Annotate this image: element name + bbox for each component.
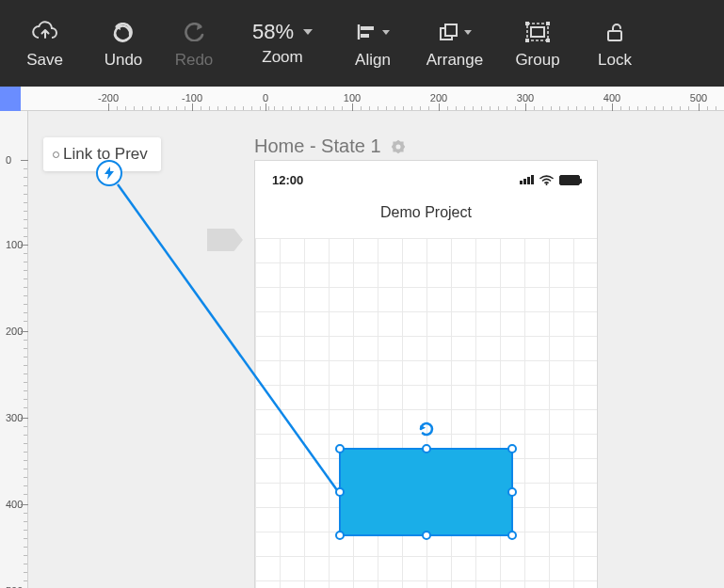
status-icons	[520, 175, 580, 185]
resize-handle-br[interactable]	[507, 531, 517, 540]
resize-handle-t[interactable]	[422, 444, 431, 453]
lightning-icon	[103, 167, 116, 180]
vertical-ruler[interactable]: 0100200300400500	[0, 111, 28, 588]
zoom-value: 58%	[252, 20, 313, 44]
project-title: Demo Project	[255, 204, 597, 221]
redo-icon	[182, 17, 206, 47]
align-label: Align	[355, 51, 391, 70]
zoom-label: Zoom	[262, 48, 302, 67]
ruler-origin-marker	[0, 87, 21, 111]
undo-button[interactable]: Undo	[89, 0, 157, 87]
cloud-upload-icon	[31, 17, 59, 47]
status-bar: 12:00	[255, 161, 597, 199]
group-label: Group	[515, 51, 559, 70]
zoom-control[interactable]: 58% Zoom	[231, 0, 334, 87]
resize-handle-bl[interactable]	[335, 531, 345, 540]
svg-rect-7	[525, 22, 529, 25]
arrange-label: Arrange	[426, 51, 483, 70]
resize-handle-r[interactable]	[507, 487, 517, 497]
settings-icon[interactable]	[391, 139, 406, 154]
rotate-handle[interactable]	[417, 420, 436, 442]
lock-label: Lock	[598, 51, 632, 70]
lock-button[interactable]: Lock	[577, 0, 652, 87]
resize-handle-tr[interactable]	[507, 444, 517, 453]
group-button[interactable]: Group	[498, 0, 577, 87]
redo-label: Redo	[175, 51, 214, 70]
battery-icon	[559, 175, 580, 185]
anchor-dot-icon	[53, 151, 59, 158]
save-button[interactable]: Save	[0, 0, 89, 87]
arrange-icon	[438, 17, 472, 47]
wifi-icon	[539, 175, 554, 185]
lock-open-icon	[604, 17, 625, 47]
group-icon	[525, 17, 550, 47]
design-canvas[interactable]: Home - State 1 Link to Prev 12:00 Demo P…	[28, 111, 724, 588]
resize-handle-tl[interactable]	[335, 444, 345, 453]
align-left-icon	[356, 17, 390, 47]
svg-rect-8	[546, 22, 550, 25]
resize-handle-b[interactable]	[422, 531, 431, 540]
undo-icon	[111, 17, 136, 47]
svg-rect-10	[546, 39, 550, 42]
svg-point-15	[546, 183, 548, 185]
arrange-button[interactable]: Arrange	[411, 0, 498, 87]
svg-rect-9	[525, 39, 529, 42]
interaction-origin[interactable]	[96, 160, 122, 186]
svg-rect-11	[608, 31, 621, 40]
align-button[interactable]: Align	[334, 0, 411, 87]
caret-down-icon	[303, 29, 313, 35]
horizontal-ruler[interactable]: -200-1000100200300400500	[0, 87, 724, 111]
caret-down-icon	[464, 30, 472, 35]
status-time: 12:00	[272, 173, 303, 187]
main-toolbar: Save Undo Redo 58% Zoom Align Arrange Gr…	[0, 0, 724, 87]
signal-icon	[520, 175, 534, 184]
svg-rect-4	[445, 24, 457, 36]
svg-point-13	[395, 144, 400, 149]
save-label: Save	[26, 51, 63, 70]
undo-label: Undo	[105, 51, 143, 70]
svg-rect-1	[361, 26, 374, 30]
page-title-text: Home - State 1	[254, 135, 381, 157]
caret-down-icon	[382, 30, 390, 35]
svg-rect-6	[531, 27, 544, 37]
flow-arrow-icon[interactable]	[207, 229, 243, 251]
redo-button[interactable]: Redo	[157, 0, 231, 87]
resize-handle-l[interactable]	[335, 487, 345, 497]
selected-rectangle[interactable]	[339, 448, 513, 536]
svg-rect-2	[361, 34, 369, 38]
page-title[interactable]: Home - State 1	[254, 135, 406, 157]
